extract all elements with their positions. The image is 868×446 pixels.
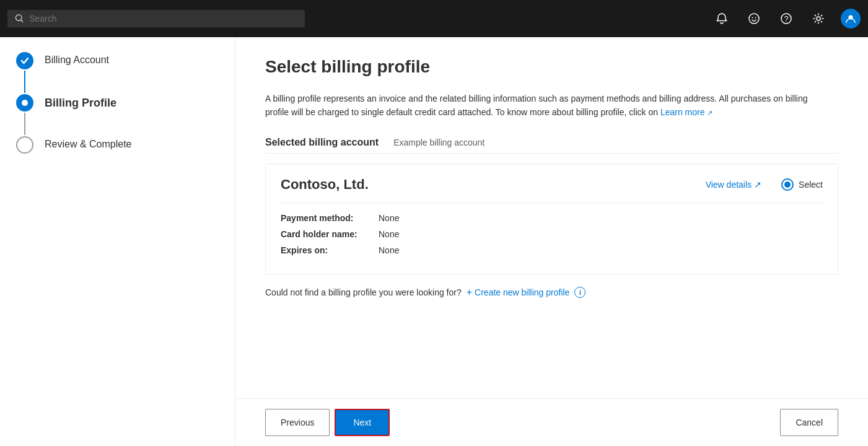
svg-point-7: [817, 17, 820, 20]
step-billing-profile: Billing Profile: [15, 94, 220, 136]
next-button[interactable]: Next: [335, 409, 390, 436]
content-area: Select billing profile A billing profile…: [235, 37, 868, 446]
external-link-icon-2: ↗: [754, 180, 761, 190]
step-left-2: [15, 94, 35, 136]
step-billing-account: Billing Account: [15, 52, 220, 94]
step-circle-1: [16, 52, 33, 69]
step-title-3: Review & Complete: [45, 139, 132, 149]
select-radio-area[interactable]: Select: [781, 178, 823, 191]
expires-row: Expires on: None: [281, 245, 823, 255]
external-link-icon: ↗: [707, 109, 712, 116]
step-label-1: Billing Account: [45, 52, 109, 66]
sidebar: Billing Account Billing Profile Review &…: [0, 37, 235, 446]
create-new-link[interactable]: + Create new billing profile: [467, 287, 570, 298]
step-title-2: Billing Profile: [45, 97, 116, 109]
billing-card: Contoso, Ltd. View details ↗ Select: [265, 164, 838, 274]
payment-method-row: Payment method: None: [281, 213, 823, 223]
selected-account-label: Selected billing account: [265, 137, 379, 148]
card-holder-row: Card holder name: None: [281, 229, 823, 239]
step-line-1: [24, 71, 25, 93]
previous-button[interactable]: Previous: [265, 409, 330, 436]
payment-method-label: Payment method:: [281, 213, 374, 223]
svg-point-3: [752, 17, 753, 19]
card-holder-label: Card holder name:: [281, 229, 374, 239]
divider-top: [265, 153, 838, 154]
billing-account-name: Contoso, Ltd.: [281, 177, 369, 193]
expires-label: Expires on:: [281, 245, 374, 255]
card-divider: [281, 203, 823, 203]
description-text: A billing profile represents an invoice …: [265, 92, 823, 120]
step-line-2: [24, 113, 25, 135]
settings-icon[interactable]: [809, 9, 828, 28]
step-circle-2: [16, 94, 33, 112]
svg-point-0: [15, 15, 21, 20]
footer-buttons: Previous Next Cancel: [235, 398, 868, 446]
help-icon[interactable]: ?: [776, 9, 796, 28]
step-left-1: [15, 52, 35, 94]
selected-account-row: Selected billing account Example billing…: [265, 137, 838, 148]
step-circle-3: [16, 136, 33, 154]
step-label-3: Review & Complete: [45, 136, 132, 150]
topbar: ?: [0, 0, 868, 37]
radio-dot: [784, 181, 791, 188]
search-icon: [15, 14, 24, 24]
radio-selected[interactable]: [781, 178, 794, 191]
example-account-text: Example billing account: [393, 138, 484, 147]
plus-icon: +: [467, 287, 472, 298]
svg-text:?: ?: [784, 14, 789, 24]
view-details-link[interactable]: View details ↗: [706, 180, 761, 190]
create-new-row: Could not find a billing profile you wer…: [265, 287, 838, 298]
search-box[interactable]: [7, 10, 305, 27]
svg-point-2: [749, 14, 759, 24]
page-title: Select billing profile: [265, 57, 838, 77]
payment-method-value: None: [379, 213, 399, 223]
create-new-text: Could not find a billing profile you wer…: [265, 287, 462, 297]
info-icon[interactable]: i: [574, 287, 585, 298]
step-label-2: Billing Profile: [45, 94, 116, 110]
svg-line-1: [21, 20, 23, 22]
main-layout: Billing Account Billing Profile Review &…: [0, 37, 868, 446]
user-avatar[interactable]: [841, 9, 861, 28]
step-left-3: [15, 136, 35, 154]
svg-point-4: [755, 17, 756, 19]
card-holder-value: None: [379, 229, 399, 239]
feedback-icon[interactable]: [744, 9, 764, 28]
step-title-1: Billing Account: [45, 55, 109, 65]
notifications-icon[interactable]: [712, 9, 732, 28]
expires-value: None: [379, 245, 399, 255]
cancel-button[interactable]: Cancel: [780, 409, 838, 436]
learn-more-link[interactable]: Learn more ↗: [660, 107, 712, 117]
search-input[interactable]: [29, 14, 297, 24]
select-label: Select: [799, 180, 823, 190]
billing-card-header: Contoso, Ltd. View details ↗ Select: [281, 177, 823, 193]
step-review-complete: Review & Complete: [15, 136, 220, 154]
topbar-icons: ?: [712, 9, 861, 28]
